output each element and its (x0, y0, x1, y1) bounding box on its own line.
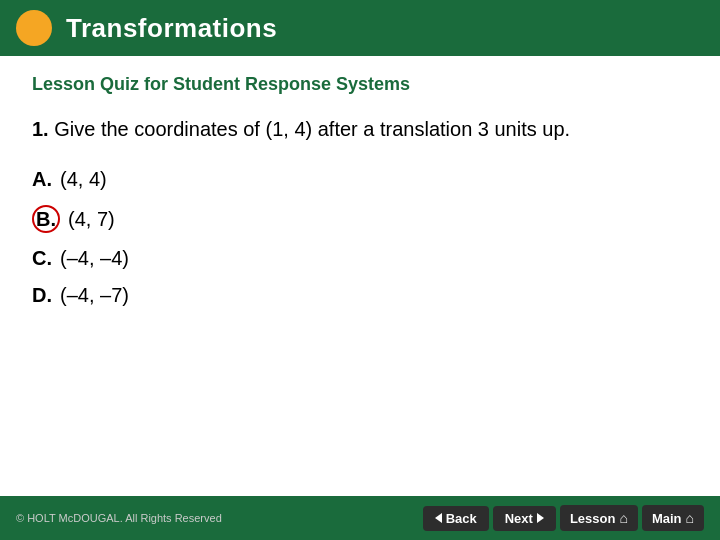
question-number: 1. (32, 118, 49, 140)
option-b[interactable]: B. (4, 7) (32, 205, 688, 233)
lesson-label: Lesson (570, 511, 616, 526)
option-d-value: (–4, –7) (60, 284, 129, 307)
next-arrow-icon (537, 513, 544, 523)
option-a[interactable]: A. (4, 4) (32, 168, 688, 191)
option-a-value: (4, 4) (60, 168, 107, 191)
main-content: Lesson Quiz for Student Response Systems… (0, 56, 720, 496)
question-body: Give the coordinates of (1, 4) after a t… (54, 118, 570, 140)
copyright-text: © HOLT McDOUGAL. All Rights Reserved (16, 512, 222, 524)
option-c-letter: C. (32, 247, 52, 270)
lesson-home-icon: ⌂ (619, 510, 627, 526)
next-button[interactable]: Next (493, 506, 556, 531)
option-c[interactable]: C. (–4, –4) (32, 247, 688, 270)
back-arrow-icon (435, 513, 442, 523)
back-label: Back (446, 511, 477, 526)
next-label: Next (505, 511, 533, 526)
option-b-value: (4, 7) (68, 208, 115, 231)
header-icon (16, 10, 52, 46)
main-home-icon: ⌂ (686, 510, 694, 526)
lesson-subtitle: Lesson Quiz for Student Response Systems (32, 74, 688, 95)
page-wrapper: Transformations Lesson Quiz for Student … (0, 0, 720, 540)
header-bar: Transformations (0, 0, 720, 56)
main-button[interactable]: Main ⌂ (642, 505, 704, 531)
back-button[interactable]: Back (423, 506, 489, 531)
option-d-letter: D. (32, 284, 52, 307)
page-title: Transformations (66, 13, 277, 44)
footer-nav-buttons: Back Next Lesson ⌂ Main ⌂ (423, 505, 704, 531)
option-c-value: (–4, –4) (60, 247, 129, 270)
footer-bar: © HOLT McDOUGAL. All Rights Reserved Bac… (0, 496, 720, 540)
option-b-letter-circle: B. (32, 205, 60, 233)
lesson-button[interactable]: Lesson ⌂ (560, 505, 638, 531)
option-a-letter: A. (32, 168, 52, 191)
answer-options: A. (4, 4) B. (4, 7) C. (–4, –4) D. (–4, … (32, 168, 688, 307)
option-d[interactable]: D. (–4, –7) (32, 284, 688, 307)
main-label: Main (652, 511, 682, 526)
question-text: 1. Give the coordinates of (1, 4) after … (32, 115, 688, 144)
